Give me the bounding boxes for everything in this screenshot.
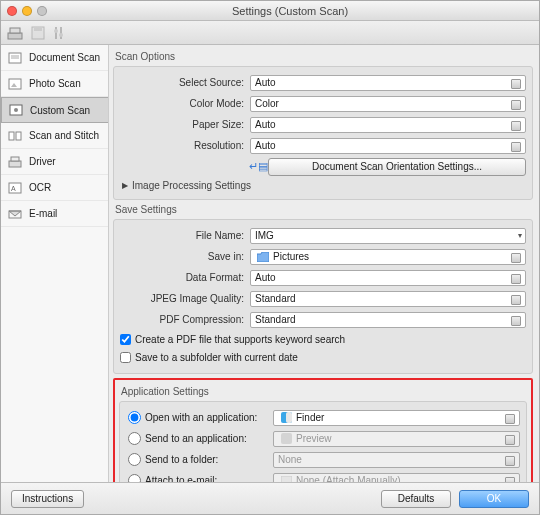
resolution-dropdown[interactable]: Auto▴▾ — [250, 138, 526, 154]
select-source-dropdown[interactable]: Auto▴▾ — [250, 75, 526, 91]
email-icon — [7, 207, 23, 221]
jpeg-quality-label: JPEG Image Quality: — [120, 293, 250, 304]
mail-icon — [278, 473, 294, 483]
toolbar — [1, 21, 539, 45]
save-subfolder-checkbox[interactable] — [120, 352, 131, 363]
settings-tab-icon[interactable] — [53, 26, 65, 40]
attach-email-dropdown[interactable]: None (Attach Manually)▴▾ — [273, 473, 520, 483]
titlebar: Settings (Custom Scan) — [1, 1, 539, 21]
save-tab-icon[interactable] — [31, 26, 45, 40]
ocr-icon: A — [7, 181, 23, 195]
save-in-label: Save in: — [120, 251, 250, 262]
sidebar-item-label: Custom Scan — [30, 105, 90, 116]
svg-rect-18 — [11, 157, 19, 161]
select-source-label: Select Source: — [120, 77, 250, 88]
sidebar-item-document-scan[interactable]: Document Scan — [1, 45, 108, 71]
custom-icon — [8, 103, 24, 117]
window-title: Settings (Custom Scan) — [47, 5, 533, 17]
image-processing-label: Image Processing Settings — [132, 180, 251, 191]
sidebar-item-custom-scan[interactable]: Custom Scan — [1, 97, 108, 123]
sidebar-item-email[interactable]: E-mail — [1, 201, 108, 227]
open-with-app-dropdown[interactable]: Finder▴▾ — [273, 410, 520, 426]
open-with-app-label: Open with an application: — [145, 412, 273, 423]
svg-point-7 — [59, 33, 63, 37]
sidebar-item-label: OCR — [29, 182, 51, 193]
svg-rect-3 — [34, 27, 42, 31]
sidebar-item-label: Scan and Stitch — [29, 130, 99, 141]
sidebar-item-scan-stitch[interactable]: Scan and Stitch — [1, 123, 108, 149]
svg-rect-1 — [10, 28, 20, 33]
pdf-compression-label: PDF Compression: — [120, 314, 250, 325]
sidebar-item-label: Driver — [29, 156, 56, 167]
attach-email-label: Attach to e-mail: — [145, 475, 273, 482]
svg-rect-11 — [9, 79, 21, 89]
sidebar-item-ocr[interactable]: A OCR — [1, 175, 108, 201]
svg-rect-15 — [9, 132, 14, 140]
orientation-icon: ↵▤ — [250, 159, 266, 175]
orientation-settings-button[interactable]: Document Scan Orientation Settings... — [268, 158, 526, 176]
instructions-button[interactable]: Instructions — [11, 490, 84, 508]
create-pdf-keyword-checkbox[interactable] — [120, 334, 131, 345]
send-to-app-label: Send to an application: — [145, 433, 273, 444]
close-icon[interactable] — [7, 6, 17, 16]
application-settings-highlight: Application Settings Open with an applic… — [113, 378, 533, 482]
section-title: Application Settings — [121, 386, 527, 397]
send-to-folder-dropdown[interactable]: None▴▾ — [273, 452, 520, 468]
preview-icon — [278, 431, 294, 447]
resolution-label: Resolution: — [120, 140, 250, 151]
sidebar-item-driver[interactable]: Driver — [1, 149, 108, 175]
sidebar-item-label: E-mail — [29, 208, 57, 219]
open-with-app-radio[interactable] — [128, 411, 141, 424]
triangle-right-icon: ▶ — [122, 181, 128, 190]
color-mode-label: Color Mode: — [120, 98, 250, 109]
svg-rect-17 — [9, 161, 21, 167]
section-title: Save Settings — [115, 204, 533, 215]
content-pane: Scan Options Select Source: Auto▴▾ Color… — [109, 45, 539, 482]
ok-button[interactable]: OK — [459, 490, 529, 508]
color-mode-dropdown[interactable]: Color▴▾ — [250, 96, 526, 112]
scan-options-section: Scan Options Select Source: Auto▴▾ Color… — [113, 51, 533, 200]
svg-point-6 — [54, 29, 58, 33]
jpeg-quality-dropdown[interactable]: Standard▴▾ — [250, 291, 526, 307]
bottom-bar: Instructions Defaults OK — [1, 482, 539, 514]
settings-window: Settings (Custom Scan) Document Scan Pho… — [0, 0, 540, 515]
section-title: Scan Options — [115, 51, 533, 62]
driver-icon — [7, 155, 23, 169]
file-name-input[interactable]: IMG — [250, 228, 526, 244]
image-processing-expander[interactable]: ▶ Image Processing Settings — [122, 180, 526, 191]
paper-size-label: Paper Size: — [120, 119, 250, 130]
svg-rect-16 — [16, 132, 21, 140]
sidebar-item-photo-scan[interactable]: Photo Scan — [1, 71, 108, 97]
photo-icon — [7, 77, 23, 91]
save-in-dropdown[interactable]: Pictures▴▾ — [250, 249, 526, 265]
paper-size-dropdown[interactable]: Auto▴▾ — [250, 117, 526, 133]
svg-point-14 — [14, 108, 18, 112]
svg-text:A: A — [11, 185, 16, 192]
send-to-folder-radio[interactable] — [128, 453, 141, 466]
create-pdf-keyword-label: Create a PDF file that supports keyword … — [135, 334, 345, 345]
sidebar-item-label: Photo Scan — [29, 78, 81, 89]
finder-icon — [278, 410, 294, 426]
data-format-label: Data Format: — [120, 272, 250, 283]
minimize-icon[interactable] — [22, 6, 32, 16]
pdf-compression-dropdown[interactable]: Standard▴▾ — [250, 312, 526, 328]
svg-rect-23 — [286, 412, 292, 423]
document-icon — [7, 51, 23, 65]
send-to-app-radio[interactable] — [128, 432, 141, 445]
zoom-icon — [37, 6, 47, 16]
attach-email-radio[interactable] — [128, 474, 141, 482]
stitch-icon — [7, 129, 23, 143]
window-controls — [7, 6, 47, 16]
send-to-app-dropdown[interactable]: Preview▴▾ — [273, 431, 520, 447]
save-subfolder-label: Save to a subfolder with current date — [135, 352, 298, 363]
save-settings-section: Save Settings File Name: IMG Save in: Pi… — [113, 204, 533, 374]
data-format-dropdown[interactable]: Auto▴▾ — [250, 270, 526, 286]
svg-rect-24 — [281, 433, 292, 444]
sidebar: Document Scan Photo Scan Custom Scan Sca… — [1, 45, 109, 482]
sidebar-item-label: Document Scan — [29, 52, 100, 63]
defaults-button[interactable]: Defaults — [381, 490, 451, 508]
folder-icon — [255, 249, 271, 265]
file-name-label: File Name: — [120, 230, 250, 241]
send-to-folder-label: Send to a folder: — [145, 454, 273, 465]
scanner-tab-icon[interactable] — [7, 26, 23, 40]
